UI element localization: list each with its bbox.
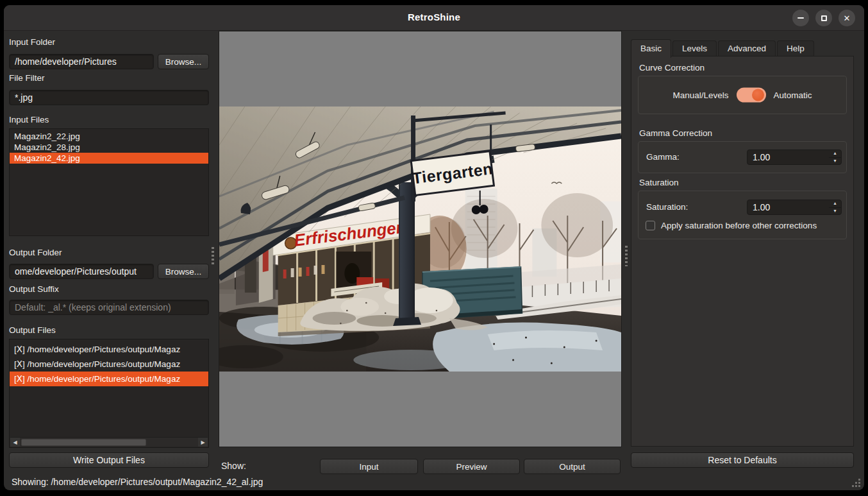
resize-grip[interactable] [850,477,860,487]
minimize-icon [797,17,804,19]
input-folder-label: Input Folder [9,37,209,48]
settings-tabs: Basic Levels Advanced Help [631,39,815,58]
scroll-right-icon[interactable]: ▶ [198,438,208,447]
list-item-selected[interactable]: [Ⅹ] /home/developer/Pictures/output/Maga… [10,372,208,386]
show-label: Show: [221,461,246,471]
photo-preview: Erfrischungen [219,107,621,372]
gamma-correction-title: Gamma Correction [639,128,712,138]
maximize-button[interactable] [815,10,832,26]
gamma-spinbox[interactable]: 1.00 ▴ ▾ [747,150,842,165]
tab-levels[interactable]: Levels [672,40,717,57]
reset-to-defaults-button[interactable]: Reset to Defaults [631,452,854,468]
spin-down-icon[interactable]: ▾ [829,158,841,165]
left-splitter-handle[interactable] [212,247,214,266]
gamma-correction-group: Gamma: 1.00 ▴ ▾ [638,141,847,173]
close-button[interactable]: ✕ [839,10,855,26]
titlebar[interactable]: RetroShine ✕ [4,5,864,31]
scroll-left-icon[interactable]: ◀ [10,438,20,447]
input-files-label: Input Files [9,115,209,126]
tab-help[interactable]: Help [777,40,814,57]
curve-correction-group: Manual/Levels Automatic [638,76,847,114]
write-output-files-button[interactable]: Write Output Files [9,452,209,468]
saturation-title: Saturation [639,178,679,187]
toggle-knob-icon [752,89,764,101]
output-files-list[interactable]: [Ⅹ] /home/developer/Pictures/output/Maga… [9,339,209,448]
input-files-list[interactable]: Magazin2_22.jpg Magazin2_28.jpg Magazin2… [9,128,209,236]
status-bar: Showing: /home/developer/Pictures/output… [12,477,263,487]
window-title: RetroShine [4,12,864,22]
output-files-label: Output Files [9,325,209,336]
tab-basic[interactable]: Basic [631,39,671,58]
close-icon: ✕ [844,13,851,23]
output-browse-button[interactable]: Browse... [158,264,209,279]
list-item[interactable]: Magazin2_22.jpg [10,131,208,142]
left-panel: Input Folder Browse... File Filter Input… [9,36,209,468]
toggle-right-label: Automatic [774,90,812,100]
list-item[interactable]: Magazin2_28.jpg [10,142,208,153]
input-browse-button[interactable]: Browse... [158,54,209,69]
file-filter-label: File Filter [9,73,209,84]
saturation-value: 1.00 [753,202,770,212]
image-preview-pane: Erfrischungen [219,31,622,447]
file-filter-field[interactable] [9,90,209,105]
list-item-selected[interactable]: Magazin2_42.jpg [10,153,208,164]
saturation-order-checkrow: Apply saturation before other correction… [646,221,817,230]
horizontal-scrollbar[interactable]: ◀ ▶ [10,437,208,447]
curve-mode-toggle[interactable] [737,88,766,103]
show-input-button[interactable]: Input [320,459,418,474]
gamma-value: 1.00 [753,152,770,162]
scrollbar-thumb[interactable] [21,439,146,446]
tab-advanced[interactable]: Advanced [718,40,776,57]
output-suffix-field[interactable] [9,300,209,315]
saturation-checkbox-label: Apply saturation before other correction… [661,221,817,230]
toggle-left-label: Manual/Levels [672,90,728,100]
show-preview-button[interactable]: Preview [423,459,520,474]
output-folder-field[interactable] [9,264,154,279]
output-suffix-label: Output Suffix [9,284,209,295]
gamma-label: Gamma: [646,152,680,162]
saturation-label: Saturation: [646,202,688,212]
input-folder-field[interactable] [9,54,154,69]
spin-up-icon[interactable]: ▴ [829,150,841,158]
tiergarten-photo: Erfrischungen [219,107,621,372]
saturation-group: Saturation: 1.00 ▴ ▾ Apply saturation be… [638,191,847,239]
tab-page-basic: Curve Correction Manual/Levels Automatic… [631,56,854,447]
maximize-icon [821,15,827,21]
right-splitter-handle[interactable] [625,246,628,266]
scrollbar-track[interactable] [20,438,198,447]
saturation-spinbox[interactable]: 1.00 ▴ ▾ [747,200,842,215]
list-item[interactable]: [Ⅹ] /home/developer/Pictures/output/Maga… [10,357,208,372]
show-output-button[interactable]: Output [524,459,621,474]
curve-correction-title: Curve Correction [639,63,705,73]
saturation-order-checkbox[interactable] [646,221,655,230]
list-item[interactable]: [Ⅹ] /home/developer/Pictures/output/Maga… [10,342,208,357]
minimize-button[interactable] [792,10,809,26]
spin-up-icon[interactable]: ▴ [829,200,841,208]
output-folder-label: Output Folder [9,248,209,259]
spin-down-icon[interactable]: ▾ [829,208,841,215]
app-window: RetroShine ✕ Input Folder Browse... File… [4,5,864,490]
